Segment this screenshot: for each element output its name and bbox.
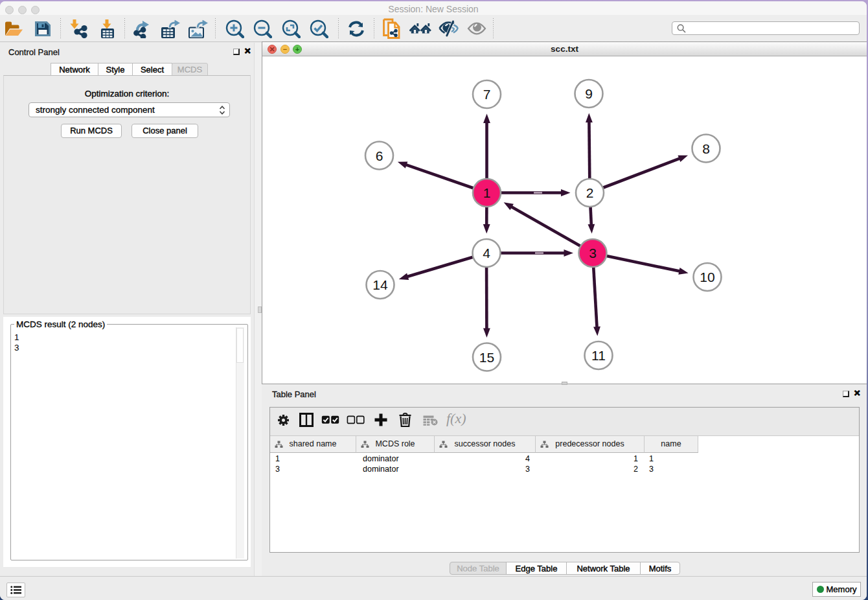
svg-text:15: 15	[479, 350, 494, 365]
svg-text:6: 6	[376, 148, 383, 163]
svg-text:1: 1	[483, 185, 491, 200]
svg-text:10: 10	[700, 270, 714, 284]
svg-text:7: 7	[483, 87, 491, 102]
svg-text:2: 2	[586, 185, 594, 200]
svg-text:8: 8	[702, 141, 710, 156]
svg-text:14: 14	[372, 277, 388, 292]
svg-text:9: 9	[585, 86, 593, 101]
svg-text:3: 3	[589, 246, 597, 260]
svg-text:4: 4	[483, 246, 490, 260]
svg-text:11: 11	[591, 348, 606, 363]
